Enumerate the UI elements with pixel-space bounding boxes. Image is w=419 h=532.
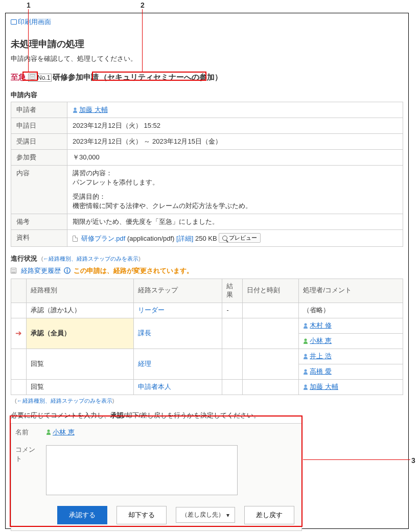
handler-link[interactable]: 高橋 愛 xyxy=(303,367,331,376)
route-row: 承認（誰か1人） リーダー - （省略） xyxy=(11,303,403,318)
request-header: 至急 No.1 研修参加申請 （セキュリティセミナーへの参加） xyxy=(11,73,403,82)
applicant-link[interactable]: 加藤 大輔 xyxy=(73,105,108,114)
chevron-down-icon: ▾ xyxy=(226,512,229,519)
content-label: 内容 xyxy=(11,166,67,214)
action-instruction: 必要に応じてコメントを入力し、承認/却下/差し戻しを行うかを決定してください。 xyxy=(11,411,403,420)
person-icon xyxy=(303,323,308,329)
handler-link[interactable]: 加藤 大輔 xyxy=(303,383,338,391)
person-icon xyxy=(73,107,78,113)
step-link[interactable]: 経理 xyxy=(138,360,151,367)
progress-heading: 進行状況 xyxy=(11,255,37,262)
history-icon xyxy=(11,268,16,273)
handler-link[interactable]: 小林 恵 xyxy=(303,337,331,345)
info-icon: ⓘ xyxy=(64,266,71,275)
main-frame: 印刷用画面 未処理申請の処理 申請内容を確認して、処理してください。 至急 No… xyxy=(5,13,409,529)
person-icon xyxy=(303,369,308,375)
material-mime: (application/pdf) xyxy=(127,235,175,242)
remand-select[interactable]: （差し戻し先） ▾ xyxy=(176,507,235,523)
step-link[interactable]: リーダー xyxy=(138,307,165,314)
collapse-link-bottom[interactable]: ←経路種別、経路ステップのみを表示 xyxy=(17,398,112,404)
step-link[interactable]: 課長 xyxy=(138,330,151,337)
attend-date-label: 受講日 xyxy=(11,134,67,150)
approve-button[interactable]: 承認する xyxy=(57,506,107,524)
preview-button[interactable]: プレビュー xyxy=(219,233,261,243)
step-link[interactable]: 申請者本人 xyxy=(138,383,171,390)
material-detail-link[interactable]: [詳細] xyxy=(176,235,193,242)
remarks-label: 備考 xyxy=(11,214,67,230)
handler-link[interactable]: 井上 浩 xyxy=(303,352,331,361)
page-title: 未処理申請の処理 xyxy=(11,38,403,50)
callout-num-2: 2 xyxy=(141,1,145,9)
request-number: No.1 xyxy=(28,74,52,82)
page-desc: 申請内容を確認して、処理してください。 xyxy=(11,54,403,63)
applicant-label: 申請者 xyxy=(11,102,67,118)
svg-point-4 xyxy=(305,369,307,372)
comment-panel: 名前 小林 恵 コメント 承認する 却下する （差し戻し先） xyxy=(11,423,302,531)
col-datetime: 日付と時刻 xyxy=(243,279,299,303)
svg-point-6 xyxy=(48,430,50,432)
material-size: 250 KB xyxy=(195,235,217,242)
material-label: 資料 xyxy=(11,230,67,247)
comment-label: コメント xyxy=(11,441,42,501)
callout-line-1 xyxy=(28,9,29,72)
request-title: 研修参加申請 xyxy=(53,73,99,82)
magnifier-icon xyxy=(222,236,227,241)
current-arrow-icon: ➔ xyxy=(15,329,22,337)
list-icon xyxy=(30,75,35,80)
file-icon xyxy=(73,236,78,242)
attend-date: 2023年12月12日（火） ～ 2023年12月15日（金） xyxy=(67,134,403,150)
person-icon xyxy=(303,384,308,390)
remarks: 期限が近いため、優先度を「至急」にしました。 xyxy=(67,214,403,230)
route-history-link[interactable]: 経路変更履歴 xyxy=(21,266,61,275)
svg-point-3 xyxy=(305,354,307,356)
svg-point-0 xyxy=(74,107,77,110)
svg-point-1 xyxy=(305,323,307,326)
name-label: 名前 xyxy=(11,424,42,441)
current-user-link[interactable]: 小林 恵 xyxy=(46,428,75,437)
col-handler: 処理者/コメント xyxy=(299,279,403,303)
col-result: 結果 xyxy=(222,279,243,303)
collapse-link-top[interactable]: ←経路種別、経路ステップのみを表示 xyxy=(43,256,138,262)
callout-line-3 xyxy=(303,459,410,460)
content-body: 講習の内容： パンフレットを添付します。 受講目的： 機密情報に関する法律や、ク… xyxy=(67,166,403,214)
remand-button[interactable]: 差し戻す xyxy=(244,506,294,524)
urgent-badge: 至急 xyxy=(11,73,26,82)
details-heading: 申請内容 xyxy=(11,90,403,100)
fee: ￥30,000 xyxy=(67,150,403,166)
callout-line-2 xyxy=(142,9,143,72)
col-type: 経路種別 xyxy=(27,279,134,303)
route-row: 回覧 申請者本人 加藤 大輔 xyxy=(11,379,403,395)
printer-icon xyxy=(11,19,17,25)
route-table: 経路種別 経路ステップ 結果 日付と時刻 処理者/コメント 承認（誰か1人） リ… xyxy=(11,279,403,395)
apply-date: 2023年12月12日（火） 15:52 xyxy=(67,118,403,134)
callout-num-1: 1 xyxy=(27,1,31,9)
details-table: 申請者 加藤 大輔 申請日 2023年12月12日（火） 15:52 受講日 2… xyxy=(11,102,403,247)
route-warning: この申請は、経路が変更されています。 xyxy=(74,266,193,275)
person-icon xyxy=(303,338,308,344)
svg-point-2 xyxy=(305,338,307,341)
handler-link[interactable]: 木村 修 xyxy=(303,321,331,330)
col-step: 経路ステップ xyxy=(133,279,222,303)
callout-num-3: 3 xyxy=(411,456,415,465)
print-link-label: 印刷用画面 xyxy=(18,17,51,27)
fee-label: 参加費 xyxy=(11,150,67,166)
apply-date-label: 申請日 xyxy=(11,118,67,134)
route-row-current: ➔ 承認（全員） 課長 木村 修 xyxy=(11,318,403,333)
person-icon xyxy=(46,429,51,435)
svg-point-5 xyxy=(305,384,307,387)
print-link[interactable]: 印刷用画面 xyxy=(11,17,51,27)
request-subtitle: （セキュリティセミナーへの参加） xyxy=(100,73,222,82)
comment-textarea[interactable] xyxy=(46,445,238,495)
person-icon xyxy=(303,354,308,359)
reject-button[interactable]: 却下する xyxy=(117,506,167,524)
route-row: 回覧 経理 井上 浩 xyxy=(11,349,403,364)
material-file-link[interactable]: 研修プラン.pdf xyxy=(81,235,126,242)
